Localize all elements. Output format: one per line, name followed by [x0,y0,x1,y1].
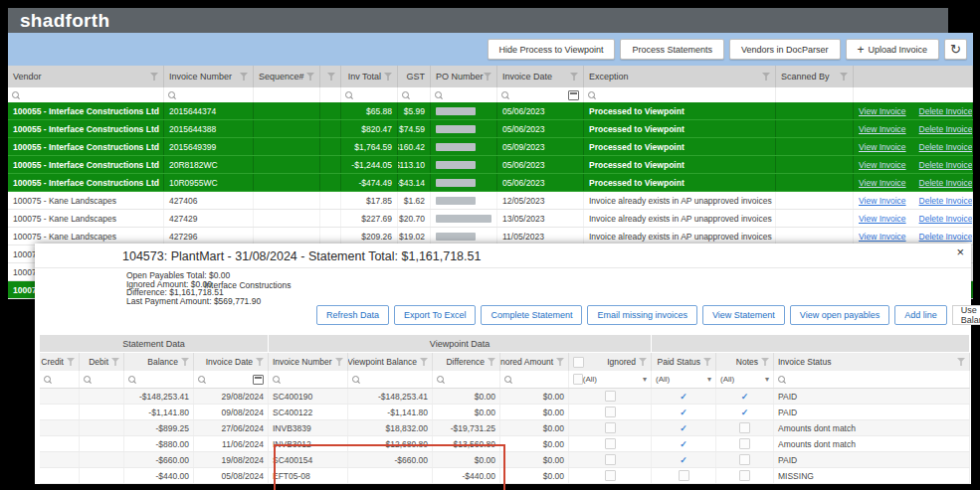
statement-action-button[interactable]: Refresh Data [316,305,389,325]
invoice-row[interactable]: 100075 - Kane Landscapes 427406 $17.85 $… [8,192,973,210]
column-filter-cell[interactable]: (All)▾ [569,371,652,388]
column-header[interactable]: Debit [80,353,124,371]
filter-funnel-icon[interactable] [762,73,770,81]
invoice-row[interactable]: 100055 - Interface Constructions Ltd 10R… [8,174,973,192]
column-header[interactable]: Exception [584,66,776,87]
ignored-checkbox-cell[interactable] [569,468,652,483]
notes-cell[interactable]: ✓ [716,405,774,419]
statement-row[interactable]: -$660.00 19/08/2024 SC400154 -$660.00 $0… [40,452,970,468]
ignored-checkbox[interactable] [605,422,616,433]
statement-action-button[interactable]: View Statement [702,305,785,325]
column-header[interactable]: Sequence# [254,66,320,87]
delete-invoice-link[interactable]: Delete Invoice [919,142,973,152]
filter-funnel-icon[interactable] [761,358,769,366]
statement-action-button[interactable]: Export To Excel [394,305,476,325]
column-filter-cell[interactable] [269,371,348,388]
view-invoice-link[interactable]: View Invoice [859,196,906,206]
filter-funnel-icon[interactable] [703,358,711,366]
view-invoice-link[interactable]: View Invoice [859,142,906,152]
paid-status-cell[interactable]: ✓ [652,420,716,435]
column-header[interactable]: Balance [124,353,194,371]
paid-status-cell[interactable]: ✓ [652,436,716,451]
column-filter-cell[interactable] [776,87,854,102]
filter-funnel-icon[interactable] [256,358,264,366]
delete-invoice-link[interactable]: Delete Invoice [919,196,973,206]
column-filter-cell[interactable] [194,371,269,388]
column-filter-cell[interactable] [497,87,584,102]
toolbar-button[interactable]: Process Statements [620,39,724,60]
calendar-icon[interactable] [568,90,579,100]
invoice-row[interactable]: 100075 - Kane Landscapes 427429 $227.69 … [8,210,973,228]
view-invoice-link[interactable]: View Invoice [859,160,906,170]
statement-action-button[interactable]: Add line [894,305,947,325]
column-header[interactable]: PO Number [431,66,497,87]
column-header[interactable]: Ignored [569,353,652,371]
column-header[interactable]: Invoice Number [164,66,254,87]
filter-funnel-icon[interactable] [639,358,647,366]
paid-status-check[interactable]: ✓ [680,439,687,449]
notes-cell[interactable] [716,420,774,435]
column-filter-cell[interactable] [431,87,497,102]
notes-check[interactable] [739,470,750,481]
column-header[interactable]: Invoice Date [194,353,269,371]
delete-invoice-link[interactable]: Delete Invoice [919,232,973,242]
column-filter-cell[interactable]: (All)▾ [716,371,774,388]
paid-status-check[interactable] [679,470,689,481]
close-icon[interactable]: × [956,245,964,258]
statement-action-button[interactable]: Complete Statement [481,305,582,325]
statement-action-button[interactable]: Email missing invoices [587,305,697,325]
column-filter-cell[interactable] [500,371,569,388]
select-all-checkbox[interactable] [573,374,583,385]
column-header[interactable]: GST [398,66,431,87]
paid-status-cell[interactable] [652,468,716,483]
paid-status-check[interactable]: ✓ [680,455,687,465]
filter-funnel-icon[interactable] [556,358,564,366]
upload-invoice-button[interactable]: +Upload Invoice [846,39,940,60]
toolbar-button[interactable]: Vendors in DocParser [729,39,841,60]
paid-status-check[interactable]: ✓ [680,408,687,417]
filter-funnel-icon[interactable] [327,73,335,81]
all-filter-select[interactable]: (All)▾ [583,375,647,384]
invoice-row[interactable]: 100055 - Interface Constructions Ltd 201… [8,138,973,156]
filter-funnel-icon[interactable] [306,73,314,81]
filter-funnel-icon[interactable] [840,73,848,81]
delete-invoice-link[interactable]: Delete Invoice [919,214,973,224]
column-filter-cell[interactable]: (All)▾ [652,371,716,388]
column-header[interactable] [854,66,973,87]
statement-row[interactable]: -$880.00 11/06/2024 INVB3012 $12,680.80 … [40,436,970,452]
filter-funnel-icon[interactable] [384,73,392,81]
column-header[interactable]: Inv Total [341,66,398,87]
filter-funnel-icon[interactable] [150,73,158,81]
ignored-checkbox[interactable] [605,470,616,481]
paid-status-cell[interactable]: ✓ [652,405,716,419]
statement-action-button[interactable]: View open payables [790,305,889,325]
column-header[interactable]: Ignored Amount [500,353,569,371]
notes-cell[interactable] [716,436,774,451]
statement-row[interactable]: -$1,141.80 09/08/2024 SC400122 -$1,141.8… [40,405,970,420]
column-filter-cell[interactable] [8,87,164,102]
column-filter-cell[interactable] [398,87,431,102]
notes-check[interactable]: ✓ [741,392,749,402]
column-header[interactable] [320,66,341,87]
ignored-checkbox[interactable] [605,438,616,449]
column-filter-cell[interactable] [341,87,398,102]
statement-row[interactable]: -$148,253.41 29/08/2024 SC400190 -$148,2… [40,389,970,405]
paid-status-cell[interactable]: ✓ [652,389,716,404]
balance-mode-combobox[interactable]: Use Balance ⊗ ▾ [952,305,980,325]
filter-funnel-icon[interactable] [67,358,75,366]
column-header[interactable]: Vendor [8,66,164,87]
column-header[interactable]: Scanned By [776,66,854,87]
column-filter-cell[interactable] [348,371,433,388]
filter-funnel-icon[interactable] [570,73,578,81]
filter-funnel-icon[interactable] [335,358,343,366]
filter-funnel-icon[interactable] [420,358,428,366]
column-header[interactable]: Credit [40,353,80,371]
column-filter-cell[interactable] [774,371,970,388]
notes-cell[interactable] [716,452,774,467]
invoice-row[interactable]: 100055 - Interface Constructions Ltd 201… [8,102,973,120]
column-header[interactable]: Invoice Number [269,353,348,371]
filter-funnel-icon[interactable] [240,73,248,81]
notes-cell[interactable] [716,468,774,483]
column-filter-cell[interactable] [40,371,80,388]
column-filter-cell[interactable] [80,371,124,388]
